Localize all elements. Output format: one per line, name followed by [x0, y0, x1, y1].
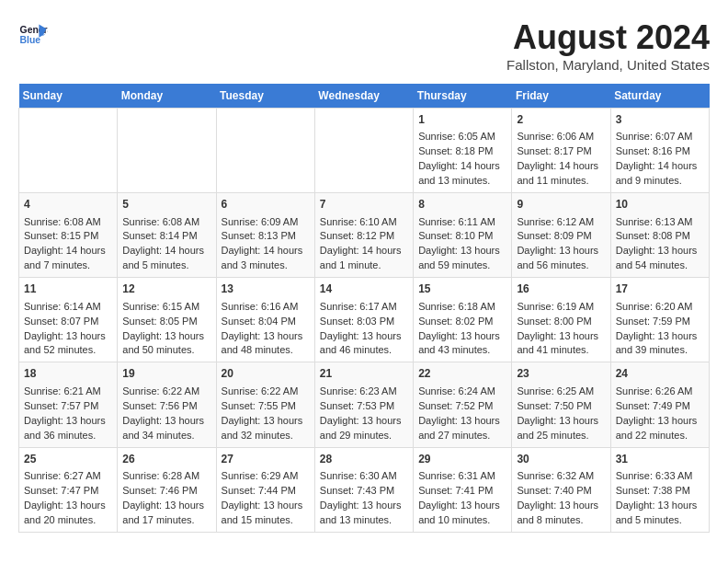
- cell-content-line: Daylight: 13 hours: [418, 499, 506, 513]
- logo: General Blue: [18, 18, 48, 48]
- calendar-cell: 25Sunrise: 6:27 AMSunset: 7:47 PMDayligh…: [19, 447, 118, 532]
- cell-content-line: Daylight: 14 hours: [24, 244, 112, 259]
- cell-content-line: Sunrise: 6:08 AM: [122, 215, 210, 230]
- cell-content-line: Daylight: 13 hours: [616, 244, 704, 259]
- day-number: 19: [122, 366, 210, 382]
- day-number: 18: [24, 366, 112, 382]
- calendar-cell: 11Sunrise: 6:14 AMSunset: 8:07 PMDayligh…: [19, 278, 118, 362]
- day-number: 1: [418, 112, 506, 128]
- cell-content-line: Daylight: 13 hours: [517, 329, 605, 344]
- cell-content-line: and 34 minutes.: [122, 429, 210, 443]
- week-row-5: 25Sunrise: 6:27 AMSunset: 7:47 PMDayligh…: [19, 447, 710, 532]
- cell-content-line: Daylight: 13 hours: [517, 244, 605, 259]
- cell-content-line: Daylight: 13 hours: [222, 329, 310, 344]
- cell-content-line: Sunrise: 6:22 AM: [122, 385, 210, 399]
- cell-content-line: Sunrise: 6:28 AM: [122, 469, 210, 484]
- cell-content-line: and 8 minutes.: [517, 513, 605, 528]
- day-header-wednesday: Wednesday: [314, 84, 413, 109]
- cell-content-line: and 25 minutes.: [517, 429, 605, 443]
- cell-content-line: and 15 minutes.: [222, 513, 310, 528]
- day-number: 12: [122, 282, 210, 297]
- day-number: 8: [418, 197, 506, 213]
- calendar-cell: 4Sunrise: 6:08 AMSunset: 8:15 PMDaylight…: [19, 193, 118, 278]
- cell-content-line: Sunset: 8:16 PM: [616, 144, 704, 159]
- cell-content-line: Sunrise: 6:16 AM: [222, 300, 310, 315]
- day-header-tuesday: Tuesday: [216, 84, 314, 109]
- day-number: 23: [517, 366, 605, 382]
- calendar-cell: 12Sunrise: 6:15 AMSunset: 8:05 PMDayligh…: [118, 278, 216, 362]
- calendar-cell: 19Sunrise: 6:22 AMSunset: 7:56 PMDayligh…: [118, 362, 216, 447]
- calendar-cell: [118, 109, 216, 193]
- cell-content-line: Sunrise: 6:29 AM: [222, 469, 310, 484]
- day-number: 20: [222, 366, 310, 382]
- day-number: 10: [616, 197, 704, 213]
- cell-content-line: and 22 minutes.: [616, 429, 704, 443]
- calendar-cell: 2Sunrise: 6:06 AMSunset: 8:17 PMDaylight…: [512, 109, 610, 193]
- cell-content-line: Sunrise: 6:19 AM: [517, 300, 605, 315]
- cell-content-line: Sunset: 7:50 PM: [517, 399, 605, 414]
- cell-content-line: Daylight: 13 hours: [24, 499, 112, 513]
- week-row-1: 1Sunrise: 6:05 AMSunset: 8:18 PMDaylight…: [19, 109, 710, 193]
- cell-content-line: Sunset: 7:53 PM: [320, 399, 408, 414]
- cell-content-line: and 9 minutes.: [616, 174, 704, 189]
- cell-content-line: Sunset: 7:46 PM: [122, 484, 210, 499]
- cell-content-line: Sunrise: 6:10 AM: [320, 215, 408, 230]
- cell-content-line: and 27 minutes.: [418, 429, 506, 443]
- cell-content-line: and 43 minutes.: [418, 343, 506, 358]
- calendar-cell: 28Sunrise: 6:30 AMSunset: 7:43 PMDayligh…: [314, 447, 413, 532]
- cell-content-line: Sunset: 7:55 PM: [222, 399, 310, 414]
- cell-content-line: Sunset: 8:07 PM: [24, 315, 112, 329]
- day-number: 9: [517, 197, 605, 213]
- cell-content-line: Sunset: 7:40 PM: [517, 484, 605, 499]
- day-number: 31: [616, 452, 704, 467]
- cell-content-line: Sunset: 8:02 PM: [418, 315, 506, 329]
- day-number: 21: [320, 366, 408, 382]
- cell-content-line: and 52 minutes.: [24, 343, 112, 358]
- cell-content-line: Sunset: 8:00 PM: [517, 315, 605, 329]
- cell-content-line: Daylight: 13 hours: [222, 414, 310, 429]
- cell-content-line: Daylight: 13 hours: [320, 499, 408, 513]
- cell-content-line: Sunset: 7:52 PM: [418, 399, 506, 414]
- cell-content-line: and 48 minutes.: [222, 343, 310, 358]
- calendar-cell: 13Sunrise: 6:16 AMSunset: 8:04 PMDayligh…: [216, 278, 314, 362]
- calendar-cell: 24Sunrise: 6:26 AMSunset: 7:49 PMDayligh…: [610, 362, 709, 447]
- day-number: 7: [320, 197, 408, 213]
- day-header-thursday: Thursday: [414, 84, 512, 109]
- header-row: SundayMondayTuesdayWednesdayThursdayFrid…: [19, 84, 710, 109]
- cell-content-line: Daylight: 13 hours: [517, 499, 605, 513]
- cell-content-line: Sunset: 7:49 PM: [616, 399, 704, 414]
- logo-icon: General Blue: [18, 18, 48, 48]
- day-number: 2: [517, 112, 605, 128]
- cell-content-line: Daylight: 13 hours: [122, 499, 210, 513]
- day-number: 3: [616, 112, 704, 128]
- calendar-cell: 30Sunrise: 6:32 AMSunset: 7:40 PMDayligh…: [512, 447, 610, 532]
- day-number: 28: [320, 452, 408, 467]
- cell-content-line: and 5 minutes.: [122, 259, 210, 273]
- cell-content-line: and 17 minutes.: [122, 513, 210, 528]
- day-number: 4: [24, 197, 112, 213]
- cell-content-line: Sunrise: 6:23 AM: [320, 385, 408, 399]
- calendar-cell: 15Sunrise: 6:18 AMSunset: 8:02 PMDayligh…: [414, 278, 512, 362]
- calendar-cell: [314, 109, 413, 193]
- calendar-cell: 6Sunrise: 6:09 AMSunset: 8:13 PMDaylight…: [216, 193, 314, 278]
- cell-content-line: and 7 minutes.: [24, 259, 112, 273]
- cell-content-line: Sunset: 7:38 PM: [616, 484, 704, 499]
- cell-content-line: Sunrise: 6:12 AM: [517, 215, 605, 230]
- cell-content-line: Sunset: 8:14 PM: [122, 229, 210, 244]
- cell-content-line: and 41 minutes.: [517, 343, 605, 358]
- cell-content-line: Daylight: 14 hours: [320, 244, 408, 259]
- cell-content-line: Sunrise: 6:13 AM: [616, 215, 704, 230]
- cell-content-line: Daylight: 14 hours: [418, 159, 506, 174]
- cell-content-line: Daylight: 14 hours: [616, 159, 704, 174]
- cell-content-line: Sunset: 7:43 PM: [320, 484, 408, 499]
- cell-content-line: Sunset: 8:12 PM: [320, 229, 408, 244]
- cell-content-line: Sunrise: 6:14 AM: [24, 300, 112, 315]
- cell-content-line: Sunrise: 6:20 AM: [616, 300, 704, 315]
- calendar-cell: 14Sunrise: 6:17 AMSunset: 8:03 PMDayligh…: [314, 278, 413, 362]
- cell-content-line: Sunrise: 6:22 AM: [222, 385, 310, 399]
- calendar-cell: 31Sunrise: 6:33 AMSunset: 7:38 PMDayligh…: [610, 447, 709, 532]
- cell-content-line: Daylight: 13 hours: [222, 499, 310, 513]
- cell-content-line: and 36 minutes.: [24, 429, 112, 443]
- cell-content-line: and 59 minutes.: [418, 259, 506, 273]
- cell-content-line: Sunrise: 6:25 AM: [517, 385, 605, 399]
